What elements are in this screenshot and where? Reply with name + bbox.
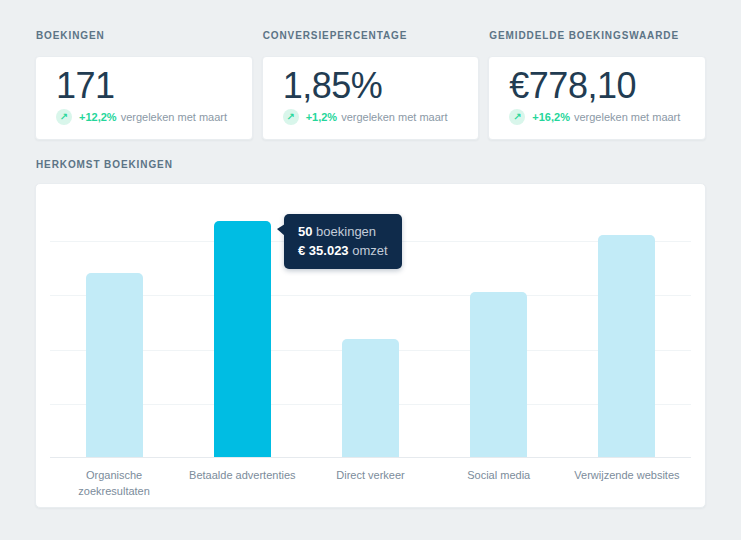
kpi-delta: +12,2%	[79, 111, 117, 123]
kpi-label: BOEKINGEN	[36, 30, 253, 41]
kpi-delta-row: ↗ +12,2% vergeleken met maart	[56, 109, 232, 125]
x-axis-label-text: Direct verkeer	[336, 467, 404, 483]
chart-section-title: HERKOMST BOEKINGEN	[36, 159, 706, 170]
kpi-average-booking-value: GEMIDDELDE BOEKINGSWAARDE €778,10 ↗ +16,…	[488, 30, 706, 140]
chart-bar[interactable]	[470, 292, 527, 457]
trend-up-icon: ↗	[509, 109, 525, 125]
tooltip-caret-icon	[277, 224, 285, 236]
kpi-card: €778,10 ↗ +16,2% vergeleken met maart	[488, 56, 706, 140]
trend-up-icon: ↗	[56, 109, 72, 125]
x-axis-label: Betaalde advertenties	[178, 467, 306, 499]
kpi-value: €778,10	[509, 64, 685, 107]
trend-up-icon: ↗	[283, 109, 299, 125]
kpi-label: GEMIDDELDE BOEKINGSWAARDE	[489, 30, 706, 41]
kpi-row: BOEKINGEN 171 ↗ +12,2% vergeleken met ma…	[0, 0, 741, 140]
kpi-label: CONVERSIEPERCENTAGE	[263, 30, 480, 41]
kpi-compare-text: vergeleken met maart	[341, 111, 447, 123]
kpi-compare-text: vergeleken met maart	[574, 111, 680, 123]
chart-bar[interactable]	[86, 273, 143, 457]
tooltip-bookings-value: 50	[298, 224, 312, 239]
x-axis-label-text: Social media	[467, 467, 530, 483]
x-axis-label: Direct verkeer	[306, 467, 434, 499]
x-axis-label-text: Organische zoekresultaten	[58, 467, 170, 499]
tooltip-bookings-label: boekingen	[312, 224, 376, 239]
bar-slot	[563, 208, 691, 457]
x-axis-label-text: Verwijzende websites	[574, 467, 679, 483]
x-axis-label: Social media	[435, 467, 563, 499]
kpi-delta: +1,2%	[306, 111, 338, 123]
kpi-value: 171	[56, 64, 232, 107]
x-axis-label: Organische zoekresultaten	[50, 467, 178, 499]
chart-tooltip: 50 boekingen € 35.023 omzet	[284, 214, 402, 269]
kpi-card: 171 ↗ +12,2% vergeleken met maart	[35, 56, 253, 140]
kpi-value: 1,85%	[283, 64, 459, 107]
kpi-bookings: BOEKINGEN 171 ↗ +12,2% vergeleken met ma…	[35, 30, 253, 140]
chart-bar[interactable]	[214, 221, 271, 457]
tooltip-revenue-value: € 35.023	[298, 243, 349, 258]
x-axis-labels: Organische zoekresultatenBetaalde advert…	[50, 467, 691, 499]
chart-bar[interactable]	[598, 235, 655, 457]
kpi-compare-text: vergeleken met maart	[121, 111, 227, 123]
chart-bar[interactable]	[342, 339, 399, 457]
tooltip-bookings-line: 50 boekingen	[298, 222, 388, 241]
x-axis-label-text: Betaalde advertenties	[189, 467, 295, 483]
kpi-delta-row: ↗ +1,2% vergeleken met maart	[283, 109, 459, 125]
kpi-card: 1,85% ↗ +1,2% vergeleken met maart	[262, 56, 480, 140]
kpi-conversion-rate: CONVERSIEPERCENTAGE 1,85% ↗ +1,2% vergel…	[262, 30, 480, 140]
kpi-delta: +16,2%	[532, 111, 570, 123]
bookings-source-chart: Organische zoekresultatenBetaalde advert…	[35, 183, 706, 508]
tooltip-revenue-line: € 35.023 omzet	[298, 241, 388, 260]
bar-slot	[50, 208, 178, 457]
bar-slot	[435, 208, 563, 457]
kpi-delta-row: ↗ +16,2% vergeleken met maart	[509, 109, 685, 125]
tooltip-revenue-label: omzet	[349, 243, 388, 258]
x-axis-label: Verwijzende websites	[563, 467, 691, 499]
